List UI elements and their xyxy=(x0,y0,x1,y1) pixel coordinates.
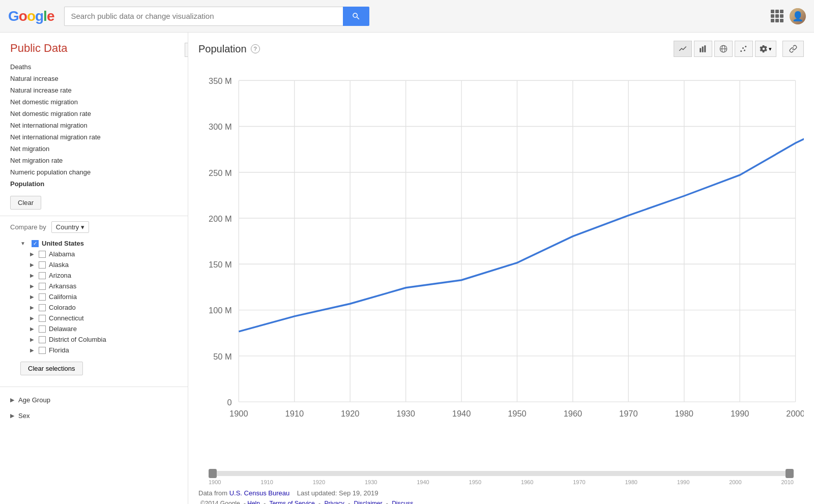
state-expand-arrow[interactable]: ▶ xyxy=(28,315,36,322)
main-layout: ◀ Public Data DeathsNatural increaseNatu… xyxy=(0,33,814,504)
chart-container: 350 M 300 M 250 M 200 M 150 M 100 M 50 M… xyxy=(198,63,804,468)
svg-point-8 xyxy=(745,46,746,47)
state-label: Florida xyxy=(49,346,69,354)
state-checkbox[interactable] xyxy=(39,283,46,290)
svg-text:1930: 1930 xyxy=(396,409,415,418)
state-label: Colorado xyxy=(49,304,76,311)
timeline-right-handle[interactable] xyxy=(786,469,794,478)
menu-item-deaths[interactable]: Deaths xyxy=(10,61,178,73)
menu-item-natural-increase-rate[interactable]: Natural increase rate xyxy=(10,84,178,96)
state-expand-arrow[interactable]: ▶ xyxy=(28,347,36,354)
state-expand-arrow[interactable]: ▶ xyxy=(28,251,36,258)
census-bureau-link[interactable]: U.S. Census Bureau xyxy=(229,489,290,497)
state-checkbox[interactable] xyxy=(39,315,46,322)
svg-point-9 xyxy=(744,50,745,51)
menu-item-natural-increase[interactable]: Natural increase xyxy=(10,73,178,84)
search-bar xyxy=(64,7,369,26)
us-population-line xyxy=(239,111,804,332)
chart-title: Population xyxy=(198,43,247,55)
list-item: ▶ Arkansas xyxy=(20,281,167,291)
state-expand-arrow[interactable]: ▶ xyxy=(28,325,36,333)
state-label: Arizona xyxy=(49,272,71,279)
country-dropdown[interactable]: Country ▾ xyxy=(51,221,90,233)
list-item: ▶ California xyxy=(20,291,167,302)
menu-item-net-domestic-migration-rate[interactable]: Net domestic migration rate xyxy=(10,108,178,120)
timeline-left-handle[interactable] xyxy=(209,469,217,478)
menu-item-net-international-migration-rate[interactable]: Net international migration rate xyxy=(10,131,178,143)
compare-row: Compare by Country ▾ xyxy=(10,221,178,233)
discuss-link[interactable]: Discuss xyxy=(392,500,413,504)
us-expand-arrow[interactable]: ▼ xyxy=(20,241,26,246)
clear-button[interactable]: Clear xyxy=(10,196,41,210)
state-checkbox[interactable] xyxy=(39,251,46,258)
state-checkbox[interactable] xyxy=(39,347,46,354)
line-chart-button[interactable] xyxy=(674,41,692,57)
svg-point-6 xyxy=(740,50,742,52)
svg-point-7 xyxy=(742,47,744,49)
apps-grid-icon[interactable] xyxy=(771,10,783,22)
link-button[interactable] xyxy=(782,41,804,57)
menu-item-population[interactable]: Population xyxy=(10,178,178,190)
sidebar: ◀ Public Data DeathsNatural increaseNatu… xyxy=(0,33,188,504)
menu-item-numeric-population-change[interactable]: Numeric population change xyxy=(10,166,178,178)
sidebar-collapse-button[interactable]: ◀ xyxy=(185,43,188,57)
timeline-labels: 1900 1910 1920 1930 1940 1950 1960 1970 … xyxy=(209,479,794,485)
state-checkbox[interactable] xyxy=(39,261,46,269)
search-input[interactable] xyxy=(64,7,343,26)
svg-text:1920: 1920 xyxy=(341,409,360,418)
disclaimer-link[interactable]: Disclaimer xyxy=(354,500,382,504)
settings-button[interactable]: ▾ xyxy=(755,41,776,57)
state-checkbox[interactable] xyxy=(39,293,46,301)
svg-text:250 M: 250 M xyxy=(209,168,232,177)
chart-area: Population ? ▾ xyxy=(188,33,814,504)
filter-label: Sex xyxy=(18,412,30,420)
list-item: ▶ Arizona xyxy=(20,270,167,281)
avatar[interactable]: 👤 xyxy=(790,8,806,24)
states-list: ▶ Alabama ▶ Alaska ▶ Arizona ▶ Arkansas … xyxy=(20,249,167,355)
terms-link[interactable]: Terms of Service xyxy=(269,500,314,504)
svg-text:0: 0 xyxy=(227,398,232,407)
state-expand-arrow[interactable]: ▶ xyxy=(28,261,36,269)
state-expand-arrow[interactable]: ▶ xyxy=(28,304,36,311)
svg-text:350 M: 350 M xyxy=(209,76,232,85)
svg-rect-1 xyxy=(702,47,704,52)
state-checkbox[interactable] xyxy=(39,325,46,333)
svg-text:1900: 1900 xyxy=(229,409,248,418)
svg-text:1990: 1990 xyxy=(731,409,749,418)
state-expand-arrow[interactable]: ▶ xyxy=(28,283,36,290)
filter-row-sex[interactable]: ▶ Sex xyxy=(10,408,178,424)
help-icon[interactable]: ? xyxy=(251,44,260,53)
menu-item-net-migration-rate[interactable]: Net migration rate xyxy=(10,155,178,166)
google-logo[interactable]: Google xyxy=(8,8,54,24)
header-right: 👤 xyxy=(771,8,806,24)
globe-button[interactable] xyxy=(714,41,733,57)
menu-item-net-domestic-migration[interactable]: Net domestic migration xyxy=(10,96,178,108)
state-checkbox[interactable] xyxy=(39,304,46,311)
list-item: ▶ Florida xyxy=(20,345,167,355)
us-label: United States xyxy=(42,240,84,247)
state-label: District of Columbia xyxy=(49,336,106,343)
help-link[interactable]: Help xyxy=(247,500,260,504)
us-checkbox[interactable] xyxy=(32,240,39,247)
scatter-button[interactable] xyxy=(735,41,753,57)
avatar-image: 👤 xyxy=(790,8,806,24)
state-expand-arrow[interactable]: ▶ xyxy=(28,293,36,301)
bar-chart-button[interactable] xyxy=(694,41,712,57)
menu-item-net-international-migration[interactable]: Net international migration xyxy=(10,120,178,131)
state-expand-arrow[interactable]: ▶ xyxy=(28,336,36,343)
us-parent-item: ▼ United States xyxy=(20,238,167,249)
search-button[interactable] xyxy=(343,7,369,26)
header: Google 👤 xyxy=(0,0,814,33)
clear-selections-button[interactable]: Clear selections xyxy=(20,362,83,375)
state-checkbox[interactable] xyxy=(39,336,46,343)
state-expand-arrow[interactable]: ▶ xyxy=(28,272,36,279)
filter-expand-arrow: ▶ xyxy=(10,397,14,403)
footer-links: ©2014 Google - Help - Terms of Service -… xyxy=(198,500,804,504)
state-checkbox[interactable] xyxy=(39,272,46,279)
menu-item-net-migration[interactable]: Net migration xyxy=(10,143,178,155)
filter-label: Age Group xyxy=(18,396,50,404)
filter-row-age-group[interactable]: ▶ Age Group xyxy=(10,392,178,408)
privacy-link[interactable]: Privacy xyxy=(324,500,344,504)
timeline-bar[interactable] xyxy=(209,471,794,476)
list-item: ▶ Colorado xyxy=(20,302,167,313)
